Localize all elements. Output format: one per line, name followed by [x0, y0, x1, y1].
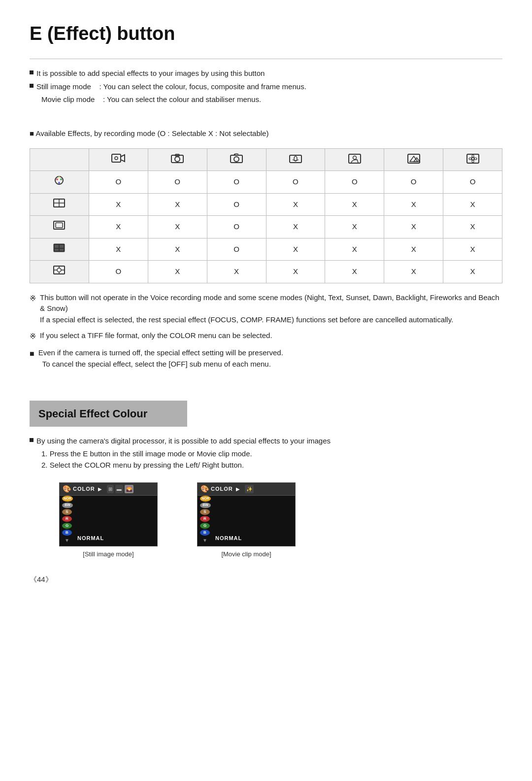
- col-icon-3: [207, 148, 266, 171]
- bullet-icon-2: [30, 84, 33, 88]
- row-icon-2: [30, 193, 89, 216]
- effects-table-container: O O O O O O O X X O X X X X: [30, 148, 502, 283]
- movie-sidebar-b: B: [200, 530, 210, 536]
- movie-sidebar-nor: NOR: [200, 496, 211, 502]
- movie-sidebar: NOR BW S R G B ▼: [198, 494, 213, 546]
- cell-3-1: X: [89, 216, 148, 238]
- bullet-icon-s2-1: [30, 438, 33, 442]
- col-icon-7: [443, 148, 502, 171]
- col-icon-1: [89, 148, 148, 171]
- cell-2-1: X: [89, 193, 148, 216]
- still-sidebar-bw: BW: [62, 503, 73, 509]
- cell-3-3: O: [207, 216, 266, 238]
- section2-bullets: By using the camera's digital processor,…: [30, 436, 502, 471]
- movie-sidebar-down: ▼: [200, 537, 210, 544]
- row-icon-1: [30, 171, 89, 194]
- screenshots-row: 🎨 COLOR ▶ ⊞ ▬ 🌄 NOR BW S R G B ▼ NORMAL …: [59, 482, 502, 559]
- svg-marker-1: [121, 155, 125, 162]
- svg-point-2: [115, 157, 118, 160]
- still-sidebar: NOR BW S R G B ▼: [60, 494, 75, 546]
- still-sidebar-b: B: [62, 530, 72, 536]
- remark-1: ※ This button will not operate in the Vo…: [30, 292, 502, 326]
- col-icon-5: [325, 148, 384, 171]
- col-icon-6: [384, 148, 443, 171]
- table-header-empty: [30, 148, 89, 171]
- svg-point-24: [58, 182, 60, 184]
- table-row-1: O O O O O O O: [30, 171, 502, 194]
- section2-step-2: 2. Select the COLOR menu by pressing the…: [41, 460, 502, 471]
- cell-5-5: X: [325, 261, 384, 283]
- color-icon-movie: 🎨: [200, 484, 209, 494]
- cell-4-7: X: [443, 238, 502, 261]
- remark-text-2: If you select a TIFF file format, only t…: [40, 330, 502, 341]
- movie-caption: [Movie clip mode]: [221, 549, 271, 559]
- cell-5-3: X: [207, 261, 266, 283]
- still-sidebar-down: ▼: [62, 537, 72, 544]
- cell-2-4: X: [266, 193, 325, 216]
- section2-step-1: 1. Press the E button in the still image…: [41, 448, 502, 460]
- still-arrow: ▶: [98, 485, 102, 493]
- svg-rect-33: [60, 245, 64, 248]
- cell-4-3: O: [207, 238, 266, 261]
- svg-point-23: [60, 178, 62, 180]
- movie-sidebar-r: R: [200, 516, 210, 522]
- cell-2-7: X: [443, 193, 502, 216]
- svg-point-22: [56, 178, 58, 180]
- intro-bullet-3: Movie clip mode : You can select the col…: [41, 95, 261, 103]
- screen-movie-img: 🎨 COLOR ▶ ✨ NOR BW S R G B ▼ NORMAL: [197, 482, 296, 546]
- section2-header: Special Effect Colour: [30, 401, 187, 427]
- screenshot-movie: 🎨 COLOR ▶ ✨ NOR BW S R G B ▼ NORMAL [Mov…: [197, 482, 296, 559]
- svg-point-4: [175, 157, 180, 162]
- cell-1-4: O: [266, 171, 325, 194]
- cell-4-5: X: [325, 238, 384, 261]
- movie-normal-label: NORMAL: [215, 534, 242, 543]
- cell-5-6: X: [384, 261, 443, 283]
- cell-3-2: X: [148, 216, 207, 238]
- still-sidebar-s: S: [62, 509, 72, 515]
- cell-1-7: O: [443, 171, 502, 194]
- remark-sym-2: ※: [30, 331, 36, 342]
- intro-bullets: It is possible to add special effects to…: [30, 68, 502, 105]
- svg-rect-34: [55, 249, 59, 251]
- movie-extra-icons: ✨: [245, 485, 254, 493]
- table-row-2: X X O X X X X: [30, 193, 502, 216]
- remark-3: ■ Even if the camera is turned off, the …: [30, 347, 502, 370]
- cell-4-6: X: [384, 238, 443, 261]
- svg-point-11: [353, 156, 356, 159]
- still-icon-comp: ⊞: [107, 485, 114, 493]
- movie-sidebar-s: S: [200, 509, 210, 515]
- svg-rect-30: [56, 223, 63, 228]
- movie-icon-stab: ✨: [245, 485, 254, 493]
- effects-table: O O O O O O O X X O X X X X: [30, 148, 502, 283]
- movie-color-label: COLOR: [211, 485, 233, 493]
- still-icon-frame: ▬: [115, 485, 123, 493]
- cell-4-1: X: [89, 238, 148, 261]
- row-icon-5: [30, 261, 89, 283]
- page-number: 《44》: [30, 574, 502, 585]
- svg-point-7: [234, 157, 239, 162]
- still-sidebar-r: R: [62, 516, 72, 522]
- cell-1-5: O: [325, 171, 384, 194]
- still-sidebar-g: G: [62, 523, 72, 529]
- cell-3-4: X: [266, 216, 325, 238]
- page-title: E (Effect) button: [30, 20, 502, 48]
- cell-4-4: X: [266, 238, 325, 261]
- svg-rect-0: [112, 154, 121, 162]
- svg-rect-10: [349, 154, 361, 163]
- remark-sym-1: ※: [30, 293, 36, 305]
- svg-point-25: [59, 176, 60, 178]
- cell-2-3: O: [207, 193, 266, 216]
- movie-sidebar-g: G: [200, 523, 210, 529]
- row-icon-3: [30, 216, 89, 238]
- table-row-4: X X O X X X X: [30, 238, 502, 261]
- cell-5-7: X: [443, 261, 502, 283]
- cell-3-7: X: [443, 216, 502, 238]
- row-icon-4: [30, 238, 89, 261]
- remark-2: ※ If you select a TIFF file format, only…: [30, 330, 502, 342]
- cell-1-3: O: [207, 171, 266, 194]
- color-icon-still: 🎨: [63, 484, 71, 494]
- svg-marker-13: [410, 156, 418, 162]
- still-color-label: COLOR: [73, 485, 95, 493]
- movie-sidebar-bw: BW: [200, 503, 211, 509]
- cell-2-5: X: [325, 193, 384, 216]
